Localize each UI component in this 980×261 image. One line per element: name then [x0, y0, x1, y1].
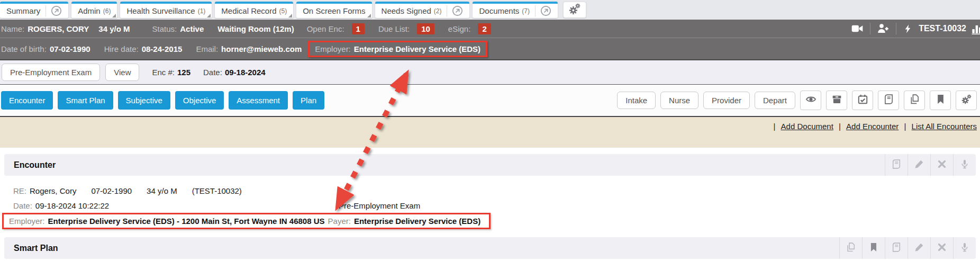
pencil-icon: [914, 159, 924, 171]
tab-admin[interactable]: Admin (6): [71, 2, 117, 18]
microphone-icon-button[interactable]: [953, 237, 976, 259]
tab-label: Health Surveillance: [126, 6, 195, 15]
tab-on-screen-forms[interactable]: On Screen Forms: [296, 2, 371, 18]
video-camera-icon[interactable]: [851, 23, 863, 34]
enc-number-label: Enc #:: [152, 68, 175, 77]
esign-label: eSign:: [448, 24, 471, 33]
tab-summary[interactable]: Summary: [0, 2, 68, 18]
due-list-label: Due List:: [378, 24, 410, 33]
patient-status: Active: [180, 24, 204, 33]
book-icon: [892, 242, 901, 254]
close-icon: [937, 242, 947, 254]
intake-button[interactable]: Intake: [617, 92, 656, 109]
add-person-icon[interactable]: [877, 23, 889, 34]
tab-needs-signed[interactable]: Needs Signed (2): [375, 2, 470, 18]
patient-id: TEST-10032: [919, 24, 966, 33]
nav-encounter-button[interactable]: Encounter: [1, 91, 53, 110]
payer-label: Payer:: [328, 217, 351, 226]
bookmark-icon-button[interactable]: [862, 237, 885, 259]
link-separator: |: [839, 122, 841, 131]
edit-pencil-icon-button[interactable]: [908, 154, 930, 176]
esign-badge[interactable]: 2: [478, 23, 491, 34]
exam-type-button[interactable]: Pre-Employment Exam: [2, 64, 100, 81]
employer-value: Enterprise Delivery Service (EDS): [354, 44, 480, 53]
open-enc-badge[interactable]: 1: [352, 23, 365, 34]
dob-value: 07-02-1990: [50, 44, 90, 53]
nav-plan-button[interactable]: Plan: [293, 91, 324, 110]
tab-label: On Screen Forms: [303, 6, 365, 15]
eye-icon-button[interactable]: [800, 91, 821, 110]
patient-bar-actions: TEST-10032: [851, 23, 980, 34]
copy-icon-button[interactable]: [904, 91, 925, 110]
tab-label: Documents: [479, 6, 519, 15]
demographics-bar: Date of birth: 07-02-1990 Hire date: 08-…: [0, 38, 980, 60]
tab-medical-record[interactable]: Medical Record (5): [215, 2, 293, 18]
chart-nav-row: Encounter Smart Plan Subjective Objectiv…: [0, 84, 980, 117]
gears-icon: [961, 94, 972, 106]
nurse-button[interactable]: Nurse: [660, 92, 698, 109]
link-separator: |: [774, 122, 776, 131]
book-icon: [892, 159, 901, 171]
stage-buttons-group: Intake Nurse Provider Depart: [617, 91, 977, 110]
add-encounter-link[interactable]: Add Encounter: [846, 122, 899, 131]
nav-objective-button[interactable]: Objective: [175, 91, 224, 110]
module-tab-bar: Summary Admin (6) Health Surveillance (1…: [0, 0, 980, 20]
nav-subjective-button[interactable]: Subjective: [118, 91, 170, 110]
view-button[interactable]: View: [105, 64, 139, 81]
tab-documents[interactable]: Documents (7): [473, 2, 558, 18]
close-icon-button[interactable]: [930, 154, 953, 176]
nav-assessment-button[interactable]: Assessment: [229, 91, 288, 110]
encounter-section-header[interactable]: Encounter: [4, 154, 976, 176]
tab-health-surveillance[interactable]: Health Surveillance (1): [120, 2, 212, 18]
book-icon-button[interactable]: [878, 91, 899, 110]
depart-button[interactable]: Depart: [755, 92, 795, 109]
divider: [896, 23, 896, 34]
bookmark-icon-button[interactable]: [930, 91, 951, 110]
dropdown-corner-icon: [207, 14, 211, 17]
enc-date-label: Date:: [203, 68, 222, 77]
archive-icon-button[interactable]: [826, 91, 847, 110]
tab-count: (1): [198, 7, 206, 15]
re-age-sex: 34 y/o M: [147, 186, 177, 195]
employer-value: Enterprise Delivery Service (EDS) - 1200…: [48, 217, 325, 226]
dropdown-corner-icon: [288, 14, 292, 17]
close-icon-button[interactable]: [930, 237, 953, 259]
external-link-icon[interactable]: [46, 5, 62, 16]
employer-label: Employer:: [9, 217, 45, 226]
provider-button[interactable]: Provider: [703, 92, 750, 109]
copy-icon: [846, 242, 856, 254]
tab-label: Summary: [6, 6, 40, 15]
external-link-icon[interactable]: [447, 5, 463, 16]
close-icon: [937, 159, 947, 171]
chart-icon[interactable]: [972, 23, 980, 34]
encounter-re-line: RE:Rogers, Cory07-02-199034 y/o M(TEST-1…: [13, 186, 242, 195]
list-all-encounters-link[interactable]: List All Encounters: [912, 122, 977, 131]
calendar-check-icon-button[interactable]: [852, 91, 873, 110]
smart-plan-section-title: Smart Plan: [14, 244, 58, 253]
tab-label: Medical Record: [221, 6, 276, 15]
copy-icon-button[interactable]: [839, 237, 862, 259]
book-icon-button[interactable]: [885, 154, 908, 176]
settings-gears-icon-button[interactable]: [956, 91, 977, 110]
calendar-check-icon: [858, 94, 868, 106]
patient-name: ROGERS, CORY: [28, 24, 89, 33]
book-icon-button[interactable]: [885, 237, 908, 259]
external-link-icon[interactable]: [535, 5, 551, 16]
enc-date-group: Date:09-18-2024: [203, 68, 266, 77]
edit-pencil-icon-button[interactable]: [908, 237, 930, 259]
employer-highlight-box: Employer: Enterprise Delivery Service (E…: [308, 41, 487, 57]
due-list-badge[interactable]: 10: [417, 23, 434, 34]
payer-value: Enterprise Delivery Service (EDS): [354, 217, 480, 226]
enc-date-value: 09-18-2024: [225, 68, 266, 77]
settings-gears-button[interactable]: [563, 2, 586, 18]
add-document-link[interactable]: Add Document: [781, 122, 833, 131]
tab-count: (6): [103, 7, 111, 15]
dropdown-corner-icon: [112, 14, 116, 17]
encounter-header-actions: [885, 154, 976, 176]
lightning-icon[interactable]: [903, 24, 912, 34]
smart-plan-section-header[interactable]: Smart Plan: [4, 237, 976, 259]
microphone-icon-button[interactable]: [953, 154, 976, 176]
tab-count: (5): [279, 7, 287, 15]
nav-smart-plan-button[interactable]: Smart Plan: [58, 91, 113, 110]
patient-info-bar: Name: ROGERS, CORY 34 y/o M Status: Acti…: [0, 20, 980, 38]
